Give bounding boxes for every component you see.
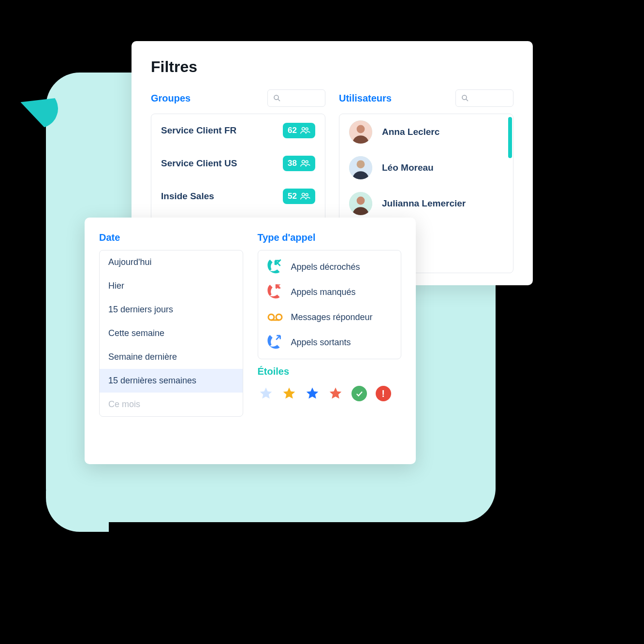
date-option-yesterday[interactable]: Hier [100, 274, 243, 298]
date-option-this-week[interactable]: Cette semaine [100, 322, 243, 345]
group-item[interactable]: Inside Sales 52 [151, 180, 325, 213]
users-icon [300, 192, 310, 201]
user-name: Léo Moreau [382, 162, 434, 173]
group-count-badge: 52 [283, 189, 315, 204]
search-icon [273, 94, 281, 102]
svg-point-8 [462, 95, 467, 100]
call-type-list: Appels décrochés Appels manqués Messages… [258, 250, 402, 359]
svg-point-13 [357, 160, 365, 168]
call-type-outgoing[interactable]: Appels sortants [258, 330, 401, 355]
svg-line-9 [466, 99, 468, 101]
stars-row: ! [258, 384, 402, 403]
date-option-last-15-weeks[interactable]: 15 dernières semaines [100, 369, 243, 393]
exclamation-icon: ! [381, 389, 385, 398]
filters-title: Filtres [151, 58, 513, 76]
scrollbar-indicator[interactable] [508, 117, 512, 158]
outgoing-call-icon [267, 335, 283, 350]
group-name: Service Client FR [161, 125, 236, 136]
search-icon [461, 94, 469, 102]
background-blob-notch [46, 491, 109, 532]
star-filter-blue[interactable] [305, 386, 320, 401]
voicemail-icon [267, 310, 283, 324]
date-column: Date Aujourd'hui Hier 15 derniers jours … [99, 232, 243, 464]
svg-line-1 [278, 99, 280, 101]
status-alert-filter[interactable]: ! [376, 386, 391, 401]
avatar [349, 120, 372, 144]
svg-point-7 [306, 193, 308, 196]
user-name: Julianna Lemercier [382, 198, 466, 209]
call-type-missed[interactable]: Appels manqués [258, 279, 401, 305]
star-icon [305, 386, 320, 401]
star-filter-light[interactable] [259, 386, 273, 401]
users-icon [300, 126, 310, 135]
star-icon [328, 386, 343, 401]
date-option-this-month[interactable]: Ce mois [100, 393, 243, 416]
incoming-call-icon [267, 260, 283, 274]
call-type-text: Appels sortants [291, 337, 351, 348]
users-search[interactable] [455, 89, 513, 107]
call-type-answered[interactable]: Appels décrochés [258, 254, 401, 279]
svg-point-3 [306, 128, 308, 130]
star-icon [282, 386, 296, 401]
call-type-column: Type d'appel Appels décrochés Appels man… [258, 232, 402, 464]
date-label: Date [99, 232, 243, 243]
stars-label: Étoiles [258, 366, 402, 377]
group-item[interactable]: Service Client US 38 [151, 147, 325, 180]
call-type-label: Type d'appel [258, 232, 402, 243]
svg-point-11 [357, 125, 365, 133]
user-item[interactable]: Léo Moreau [339, 150, 513, 186]
users-label: Utilisateurs [339, 93, 392, 104]
check-icon [355, 389, 364, 398]
user-item[interactable]: Julianna Lemercier [339, 186, 513, 221]
call-type-voicemail[interactable]: Messages répondeur [258, 305, 401, 330]
svg-point-0 [274, 95, 278, 100]
users-icon [300, 159, 310, 168]
group-count-badge: 38 [283, 156, 315, 171]
svg-point-4 [302, 160, 305, 163]
star-filter-orange[interactable] [328, 386, 343, 401]
svg-point-6 [302, 193, 305, 196]
date-type-card: Date Aujourd'hui Hier 15 derniers jours … [85, 218, 416, 464]
missed-call-icon [267, 285, 283, 299]
group-name: Service Client US [161, 158, 237, 169]
user-name: Anna Leclerc [382, 127, 439, 137]
svg-point-17 [268, 314, 274, 320]
avatar [349, 156, 372, 179]
svg-point-15 [357, 197, 365, 205]
star-filter-yellow[interactable] [282, 386, 296, 401]
group-item[interactable]: Service Client FR 62 [151, 114, 325, 147]
avatar [349, 192, 372, 215]
date-option-last-15-days[interactable]: 15 derniers jours [100, 298, 243, 322]
date-list: Aujourd'hui Hier 15 derniers jours Cette… [99, 250, 243, 417]
call-type-text: Appels décrochés [291, 262, 360, 272]
group-count-badge: 62 [283, 123, 315, 138]
svg-point-18 [276, 314, 282, 320]
date-option-last-week[interactable]: Semaine dernière [100, 345, 243, 369]
call-type-text: Messages répondeur [291, 312, 373, 322]
status-ok-filter[interactable] [351, 386, 367, 401]
groups-search[interactable] [267, 89, 325, 107]
star-icon [259, 386, 273, 401]
group-name: Inside Sales [161, 191, 214, 202]
groups-label: Groupes [151, 93, 190, 104]
svg-point-2 [302, 127, 305, 130]
user-item[interactable]: Anna Leclerc [339, 114, 513, 150]
date-option-today[interactable]: Aujourd'hui [100, 250, 243, 274]
svg-point-5 [306, 161, 308, 163]
call-type-text: Appels manqués [291, 287, 356, 297]
